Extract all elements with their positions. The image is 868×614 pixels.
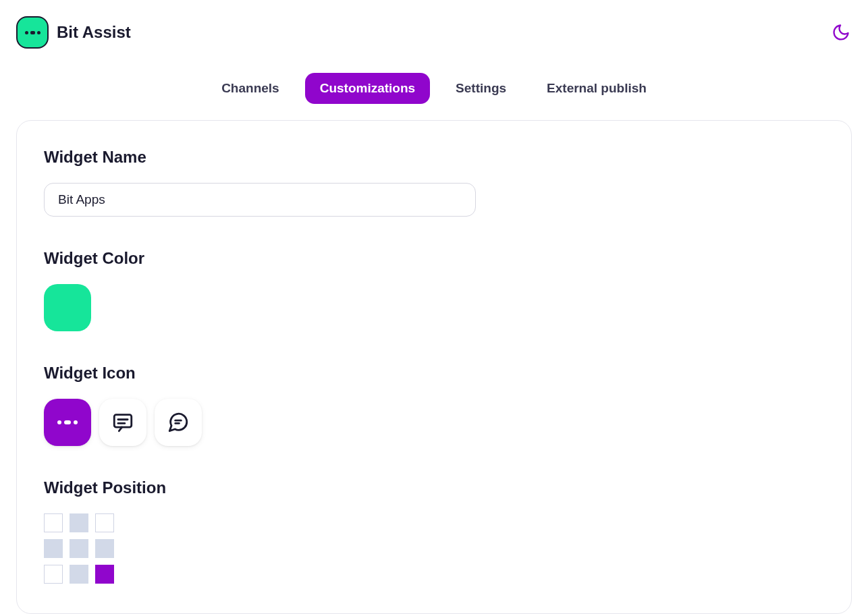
widget-name-section: Widget Name (44, 148, 824, 217)
widget-color-section: Widget Color (44, 249, 824, 331)
svg-rect-0 (114, 415, 132, 427)
app-header: Bit Assist (0, 0, 868, 65)
position-middle-right[interactable] (95, 539, 114, 558)
position-bottom-right[interactable] (95, 565, 114, 584)
chat-box-icon (111, 411, 134, 434)
app-title: Bit Assist (57, 23, 131, 42)
widget-icon-option-chatbox[interactable] (99, 399, 146, 446)
widget-color-label: Widget Color (44, 249, 824, 268)
widget-icon-option-dots[interactable] (44, 399, 91, 446)
customizations-panel: Widget Name Widget Color Widget Icon (16, 120, 852, 614)
tab-channels[interactable]: Channels (207, 73, 294, 104)
tabs: Channels Customizations Settings Externa… (0, 65, 868, 120)
tab-settings[interactable]: Settings (441, 73, 521, 104)
tab-external-publish[interactable]: External publish (532, 73, 661, 104)
position-bottom-left[interactable] (44, 565, 63, 584)
position-bottom-center[interactable] (70, 565, 88, 584)
position-middle-center[interactable] (70, 539, 88, 558)
widget-position-label: Widget Position (44, 478, 824, 497)
widget-color-swatch[interactable] (44, 284, 91, 331)
position-top-left[interactable] (44, 513, 63, 532)
theme-toggle[interactable] (830, 22, 852, 43)
widget-name-label: Widget Name (44, 148, 824, 167)
logo[interactable]: Bit Assist (16, 16, 131, 49)
position-middle-left[interactable] (44, 539, 63, 558)
dots-icon (57, 420, 78, 424)
widget-icon-section: Widget Icon (44, 364, 824, 446)
tab-customizations[interactable]: Customizations (305, 73, 430, 104)
widget-position-section: Widget Position (44, 478, 824, 584)
widget-icon-label: Widget Icon (44, 364, 824, 383)
position-top-right[interactable] (95, 513, 114, 532)
dots-icon (25, 31, 40, 34)
position-top-center[interactable] (70, 513, 88, 532)
moon-icon (832, 23, 850, 42)
chat-bubble-icon (167, 411, 190, 434)
widget-icon-options (44, 399, 824, 446)
widget-name-input[interactable] (44, 183, 476, 217)
widget-position-grid (44, 513, 824, 584)
logo-badge (16, 16, 49, 49)
widget-icon-option-chatbubble[interactable] (155, 399, 202, 446)
